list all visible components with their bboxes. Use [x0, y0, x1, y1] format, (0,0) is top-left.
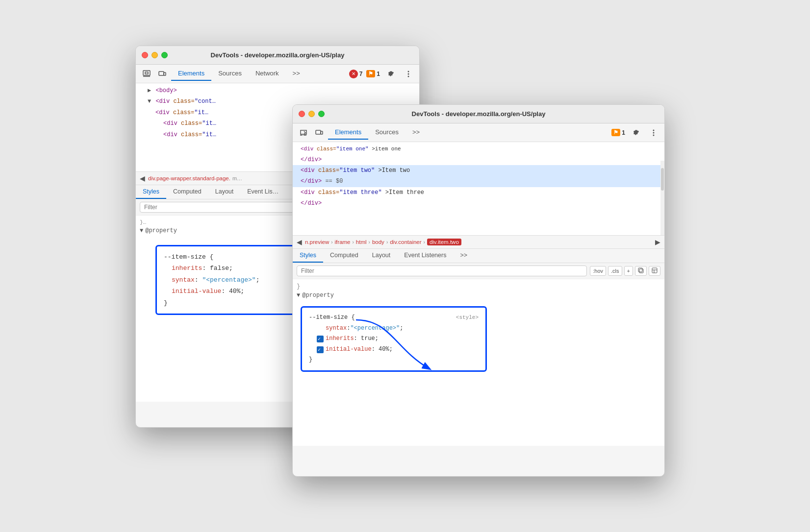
triangle-icon: ▶	[148, 87, 151, 94]
svg-rect-0	[143, 71, 150, 75]
tab-list-2: Elements Sources >>	[328, 125, 609, 140]
html-line: </div>	[293, 154, 664, 165]
responsive-icon[interactable]	[155, 67, 169, 81]
tab-elements-1[interactable]: Elements	[171, 67, 211, 81]
svg-rect-2	[145, 72, 148, 74]
style-tab-computed-2[interactable]: Computed	[323, 249, 365, 263]
scrollbar-thumb[interactable]	[661, 168, 664, 191]
cls-button[interactable]: .cls	[608, 266, 622, 276]
scene: DevTools - developer.mozilla.org/en-US/p…	[135, 46, 675, 486]
style-tab-styles-1[interactable]: Styles	[136, 185, 166, 199]
css-block-label-1: --item-size {	[164, 251, 304, 263]
warning-count-1: 1	[377, 71, 380, 77]
html-line-selected[interactable]: <div class="item two" >Item two	[293, 165, 664, 176]
svg-point-12	[653, 132, 655, 133]
css-line-inherits: inherits : true;	[309, 334, 479, 344]
svg-rect-9	[316, 130, 321, 134]
svg-point-11	[653, 129, 655, 131]
maximize-button-2[interactable]	[318, 111, 325, 117]
styles-content-2: } ▼ @property --item-size { <style> synt…	[293, 279, 664, 446]
window-title-1: DevTools - developer.mozilla.org/en-US/p…	[211, 51, 345, 59]
title-bar-2: DevTools - developer.mozilla.org/en-US/p…	[293, 105, 664, 123]
style-tab-computed-1[interactable]: Computed	[166, 185, 208, 199]
style-tab-layout-2[interactable]: Layout	[365, 249, 398, 263]
inspector-icon[interactable]	[140, 67, 153, 81]
breadcrumb-left-arrow-2[interactable]: ◀	[296, 238, 303, 246]
close-button-2[interactable]	[299, 111, 305, 117]
css-line-initial-value: initial-value : 40%;	[309, 344, 479, 355]
style-tab-layout-1[interactable]: Layout	[208, 185, 241, 199]
style-tab-more-2[interactable]: >>	[453, 249, 474, 263]
tab-more-2[interactable]: >>	[405, 125, 427, 140]
close-button-1[interactable]	[142, 52, 148, 58]
breadcrumb-item-two[interactable]: div.item.two	[427, 239, 461, 245]
html-line-selected: </div> == $0	[293, 176, 664, 187]
filter-bar-2: :hov .cls +	[293, 263, 664, 279]
checkbox-inherits[interactable]	[317, 336, 324, 342]
close-brace: }	[297, 283, 660, 290]
highlight-box-2: --item-size { <style> syntax : "<percent…	[301, 306, 487, 372]
style-tab-styles-2[interactable]: Styles	[293, 249, 323, 263]
title-bar-1: DevTools - developer.mozilla.org/en-US/p…	[136, 46, 419, 65]
triangle-small-2: ▼	[297, 292, 300, 299]
svg-rect-3	[159, 72, 164, 75]
filter-input-2[interactable]	[297, 266, 587, 276]
svg-point-7	[408, 73, 409, 74]
settings-icon-2[interactable]	[629, 126, 643, 140]
tab-network-1[interactable]: Network	[249, 67, 286, 81]
css-line: syntax: "<percentage>";	[164, 274, 304, 286]
tab-sources-1[interactable]: Sources	[211, 67, 249, 81]
tab-elements-2[interactable]: Elements	[328, 125, 368, 140]
inspector-icon-2[interactable]	[297, 126, 310, 140]
maximize-button-1[interactable]	[161, 52, 168, 58]
breadcrumb-item[interactable]: div.page-wrapper.standard-page.	[148, 175, 230, 181]
minimize-button-1[interactable]	[152, 52, 158, 58]
warning-icon-1: ⚑	[366, 70, 375, 77]
svg-rect-4	[164, 73, 166, 75]
toolbar-right-1: ✕ 7 ⚑ 1	[349, 67, 415, 81]
style-tab-eventlis-1[interactable]: Event Lis…	[240, 185, 285, 199]
tab-sources-2[interactable]: Sources	[368, 125, 405, 140]
html-line: ▶ <body>	[136, 85, 419, 96]
svg-rect-16	[652, 268, 657, 273]
property-rule-2: ▼ @property	[297, 292, 660, 299]
svg-rect-15	[638, 268, 642, 272]
svg-text:✕: ✕	[352, 72, 355, 76]
breadcrumb-2: ◀ n.preview › iframe › html › body › div…	[293, 235, 664, 249]
svg-rect-10	[321, 131, 323, 134]
breadcrumb-body[interactable]: body	[372, 239, 384, 245]
checkbox-initial-value[interactable]	[317, 346, 324, 353]
minimize-button-2[interactable]	[308, 111, 315, 117]
breadcrumb-html[interactable]: html	[356, 239, 367, 245]
styles-tabs-2: Styles Computed Layout Event Listeners >…	[293, 249, 664, 263]
property-rule-label-2: @property	[302, 292, 334, 299]
svg-point-13	[653, 134, 655, 136]
html-line: <div class="item one" >item one	[293, 144, 664, 154]
more-icon-1[interactable]	[402, 67, 415, 81]
breadcrumb-preview[interactable]: n.preview	[305, 239, 329, 245]
responsive-icon-2[interactable]	[312, 126, 326, 140]
more-icon-2[interactable]	[647, 126, 660, 140]
css-line: initial-value: 40%;	[164, 286, 304, 297]
error-count-1: 7	[359, 71, 363, 77]
css-line: inherits: false;	[164, 263, 304, 274]
settings-icon-1[interactable]	[384, 67, 398, 81]
breadcrumb-iframe[interactable]: iframe	[335, 239, 351, 245]
breadcrumb-left-arrow[interactable]: ◀	[139, 174, 146, 182]
style-tab-eventlis-2[interactable]: Event Listeners	[397, 249, 453, 263]
tab-more-1[interactable]: >>	[286, 67, 307, 81]
hov-button[interactable]: :hov	[590, 266, 606, 276]
css-block-label-2: --item-size {	[309, 313, 355, 323]
devtools-window-2: DevTools - developer.mozilla.org/en-US/p…	[292, 104, 665, 477]
html-line: <div class="item three" >Item three	[293, 187, 664, 198]
add-rule-button[interactable]: +	[624, 266, 633, 276]
window-title-2: DevTools - developer.mozilla.org/en-US/p…	[412, 110, 546, 118]
breadcrumb-right-arrow-2[interactable]: ▶	[654, 238, 661, 246]
devtools-btn[interactable]	[649, 266, 660, 276]
breadcrumb-container[interactable]: div.container	[390, 239, 421, 245]
elements-panel-2: <div class="item one" >item one </div> <…	[293, 142, 664, 235]
devtools-toolbar-2: Elements Sources >> ⚑ 1	[293, 123, 664, 142]
svg-rect-14	[639, 269, 643, 273]
copy-button[interactable]	[635, 266, 647, 276]
css-line-syntax: syntax : "<percentage>" ;	[309, 323, 479, 334]
